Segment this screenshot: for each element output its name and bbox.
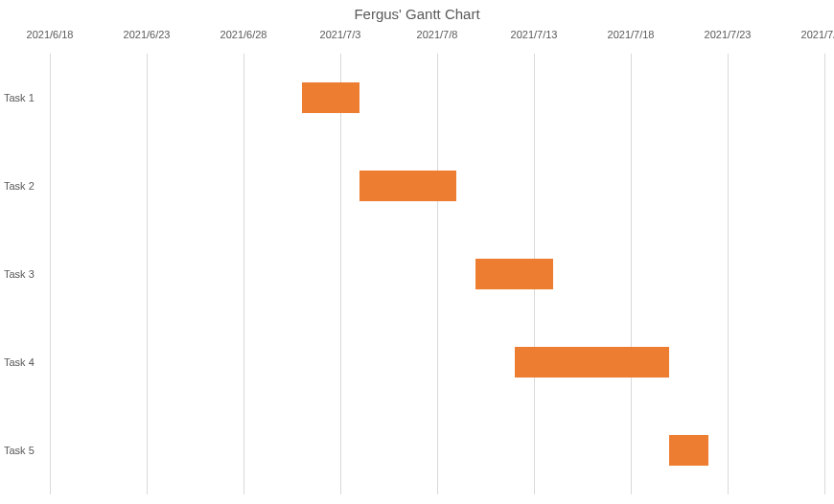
- gantt-bar: [302, 82, 360, 113]
- x-tick-label: 2021/7/18: [608, 29, 655, 40]
- gantt-bar: [475, 259, 553, 289]
- x-gridline: [437, 54, 438, 494]
- x-tick-label: 2021/6/23: [124, 29, 171, 40]
- x-tick-label: 2021/6/28: [220, 29, 267, 40]
- x-gridline: [147, 54, 148, 494]
- gantt-bar: [669, 435, 707, 466]
- y-tick-label: Task 5: [4, 445, 42, 456]
- y-tick-label: Task 3: [4, 268, 42, 280]
- x-tick-label: 2021/7/23: [705, 29, 752, 40]
- chart-title: Fergus' Gantt Chart: [0, 6, 834, 22]
- x-tick-label: 2021/7/3: [320, 29, 361, 40]
- x-gridline: [243, 54, 244, 494]
- y-tick-label: Task 1: [4, 92, 42, 103]
- y-tick-label: Task 4: [4, 356, 42, 368]
- x-gridline: [50, 54, 51, 494]
- x-gridline: [824, 54, 825, 494]
- plot-area: 2021/6/182021/6/232021/6/282021/7/32021/…: [50, 54, 824, 494]
- x-gridline: [340, 54, 341, 494]
- x-tick-label: 2021/7/13: [511, 29, 558, 40]
- x-gridline: [631, 54, 632, 494]
- x-tick-label: 2021/7/8: [417, 29, 458, 40]
- x-tick-label: 2021/7/28: [801, 29, 834, 40]
- y-tick-label: Task 2: [4, 180, 42, 192]
- x-gridline: [728, 54, 729, 494]
- x-tick-label: 2021/6/18: [27, 29, 74, 40]
- gantt-bar: [515, 347, 670, 378]
- gantt-bar: [359, 171, 456, 201]
